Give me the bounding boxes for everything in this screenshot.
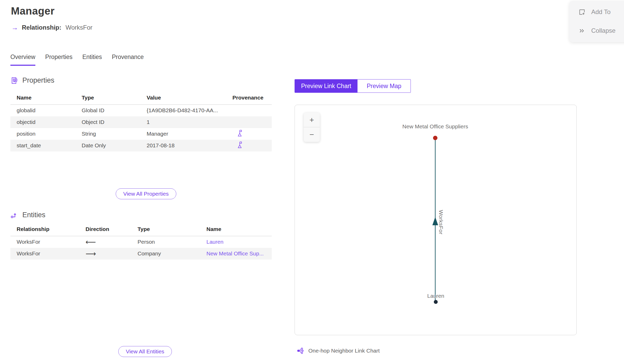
relationship-subtitle: → Relationship: WorksFor <box>11 24 93 31</box>
relationship-label: Relationship: <box>22 24 61 31</box>
entities-col-type: Type <box>131 223 200 236</box>
preview-map-button[interactable]: Preview Map <box>358 80 411 92</box>
entity-name: Lauren <box>200 236 272 248</box>
preview-link-chart-button[interactable]: Preview Link Chart <box>295 80 358 92</box>
entity-name: New Metal Office Sup... <box>200 248 272 260</box>
view-all-properties-button[interactable]: View All Properties <box>116 188 176 199</box>
entities-col-direction: Direction <box>79 223 131 236</box>
add-to-button[interactable]: Add To <box>569 5 624 19</box>
entity-type: Company <box>131 248 200 260</box>
node-label-person: Lauren <box>427 293 444 299</box>
zoom-out-button[interactable]: − <box>304 127 320 142</box>
tab-provenance[interactable]: Provenance <box>112 54 144 66</box>
properties-col-provenance: Provenance <box>226 91 272 105</box>
table-row: objectid Object ID 1 <box>10 116 272 128</box>
property-name: start_date <box>10 140 75 151</box>
provenance-flag-icon <box>237 141 243 149</box>
collapse-double-chevron-icon <box>578 27 586 34</box>
zoom-control: + − <box>304 113 320 142</box>
properties-icon <box>10 77 18 84</box>
node-label-company: New Metal Office Suppliers <box>402 123 468 130</box>
property-type: Global ID <box>75 105 140 116</box>
property-provenance <box>226 128 272 140</box>
link-chart-panel: New Metal Office Suppliers WorksFor Laur… <box>295 105 577 335</box>
property-provenance <box>226 116 272 128</box>
entities-col-name: Name <box>200 223 272 236</box>
property-value: 2017-08-18 <box>140 140 226 151</box>
table-row: globalid Global ID {1A9DB2B6-D482-4170-A… <box>10 105 272 116</box>
property-type: Date Only <box>75 140 140 151</box>
entity-detail-page: Manager → Relationship: WorksFor Add To … <box>0 0 624 364</box>
add-to-label: Add To <box>591 8 610 16</box>
tab-properties[interactable]: Properties <box>45 54 73 66</box>
property-name: objectid <box>10 116 75 128</box>
properties-table-header-row: Name Type Value Provenance <box>10 91 272 105</box>
property-value: Manager <box>140 128 226 140</box>
link-chart-canvas[interactable] <box>295 105 576 335</box>
property-provenance <box>226 105 272 116</box>
property-name: globalid <box>10 105 75 116</box>
table-row: start_date Date Only 2017-08-18 <box>10 140 272 151</box>
preview-toggle: Preview Link Chart Preview Map <box>295 79 411 93</box>
edge-arrowhead-icon <box>432 217 438 225</box>
entity-link-lauren[interactable]: Lauren <box>206 239 223 245</box>
direction-left-arrow-icon: ⟵ <box>86 238 96 246</box>
property-type: String <box>75 128 140 140</box>
collapse-label: Collapse <box>591 27 615 34</box>
entities-col-relationship: Relationship <box>10 223 79 236</box>
property-value: 1 <box>140 116 226 128</box>
table-row: WorksFor ⟶ Company New Metal Office Sup.… <box>10 248 272 260</box>
properties-section-title: Properties <box>22 76 54 84</box>
actions-panel: Add To Collapse <box>569 1 624 42</box>
property-name: position <box>10 128 75 140</box>
properties-col-name: Name <box>10 91 75 105</box>
direction-right-arrow-icon: ⟶ <box>86 250 96 258</box>
node-company-dot[interactable] <box>433 136 438 140</box>
tab-bar: Overview Properties Entities Provenance <box>10 54 144 66</box>
property-type: Object ID <box>75 116 140 128</box>
tab-overview[interactable]: Overview <box>10 54 35 66</box>
view-all-entities-button[interactable]: View All Entities <box>118 346 172 357</box>
chart-caption: One-hop Neighbor Link Chart <box>296 347 380 355</box>
entity-relationship: WorksFor <box>10 236 79 248</box>
entity-type: Person <box>131 236 200 248</box>
relationship-value: WorksFor <box>66 24 93 31</box>
property-provenance <box>226 140 272 151</box>
collapse-button[interactable]: Collapse <box>569 23 624 38</box>
entities-icon <box>10 211 18 219</box>
property-value: {1A9DB2B6-D482-4170-AA... <box>140 105 226 116</box>
edge-label-worksfor: WorksFor <box>438 210 444 235</box>
properties-section-header: Properties <box>10 76 54 84</box>
entities-table: Relationship Direction Type Name WorksFo… <box>10 223 272 260</box>
one-hop-link-chart-icon <box>296 347 304 355</box>
chart-caption-text: One-hop Neighbor Link Chart <box>308 348 380 354</box>
provenance-flag-icon <box>237 130 243 137</box>
provenance-flag-button[interactable] <box>237 141 243 149</box>
entity-direction: ⟶ <box>79 248 131 260</box>
entity-relationship: WorksFor <box>10 248 79 260</box>
page-title: Manager <box>11 5 55 17</box>
table-row: position String Manager <box>10 128 272 140</box>
add-to-icon <box>578 9 586 16</box>
entity-direction: ⟵ <box>79 236 131 248</box>
entities-table-header-row: Relationship Direction Type Name <box>10 223 272 236</box>
entity-link-company[interactable]: New Metal Office Sup... <box>206 250 264 256</box>
table-row: WorksFor ⟵ Person Lauren <box>10 236 272 248</box>
zoom-in-button[interactable]: + <box>304 113 320 127</box>
entities-section-title: Entities <box>22 211 46 219</box>
tab-entities[interactable]: Entities <box>82 54 102 66</box>
provenance-flag-button[interactable] <box>237 130 243 137</box>
entities-section-header: Entities <box>10 211 46 219</box>
node-person-dot[interactable] <box>434 300 438 304</box>
properties-table: Name Type Value Provenance globalid Glob… <box>10 91 272 151</box>
properties-col-type: Type <box>75 91 140 105</box>
relationship-arrow-icon: → <box>11 24 18 31</box>
properties-col-value: Value <box>140 91 226 105</box>
